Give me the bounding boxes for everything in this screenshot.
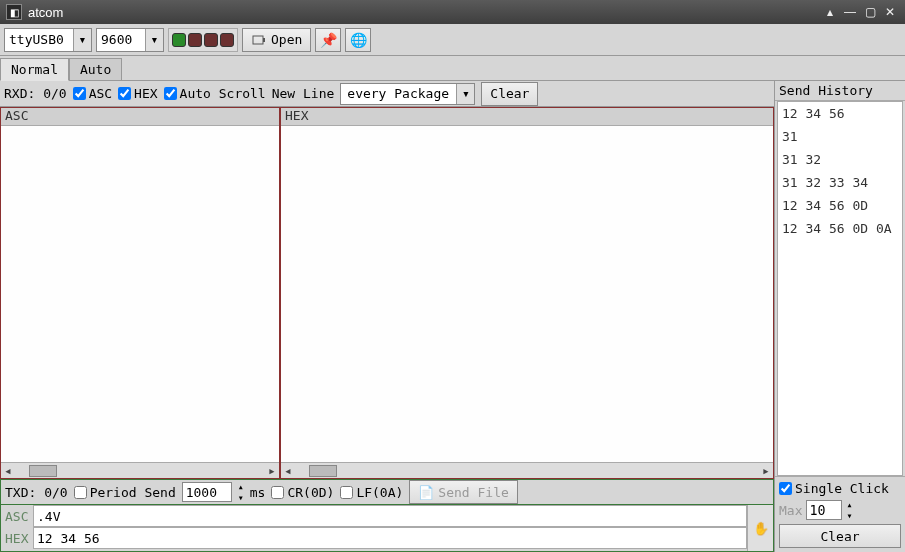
max-input[interactable] bbox=[806, 500, 842, 520]
rollup-button[interactable]: ▴ bbox=[821, 4, 839, 20]
file-icon: 📄 bbox=[418, 484, 434, 500]
titlebar: ◧ atcom ▴ — ▢ ✕ bbox=[0, 0, 905, 24]
hex-checkbox[interactable]: HEX bbox=[118, 86, 157, 101]
open-label: Open bbox=[271, 32, 302, 47]
lf-checkbox[interactable]: LF(0A) bbox=[340, 485, 403, 500]
clear-history-button[interactable]: Clear bbox=[779, 524, 901, 548]
app-icon: ◧ bbox=[6, 4, 22, 20]
period-send-checkbox[interactable]: Period Send bbox=[74, 485, 176, 500]
max-label: Max bbox=[779, 503, 802, 518]
baud-combo[interactable]: ▾ bbox=[96, 28, 164, 52]
asc-pane-header: ASC bbox=[1, 108, 279, 126]
tab-auto[interactable]: Auto bbox=[69, 58, 122, 80]
led-connected-icon bbox=[172, 33, 186, 47]
rx-bar: RXD: 0/0 ASC HEX Auto Scroll New Line ev… bbox=[0, 81, 774, 107]
max-stepper[interactable]: ▴▾ bbox=[846, 499, 852, 521]
newline-value: every Package bbox=[341, 86, 456, 101]
asc-pane-body[interactable] bbox=[1, 126, 279, 462]
led-error-icon bbox=[220, 33, 234, 47]
chevron-down-icon[interactable]: ▾ bbox=[73, 29, 91, 51]
pin-button[interactable]: 📌 bbox=[315, 28, 341, 52]
asc-checkbox[interactable]: ASC bbox=[73, 86, 112, 101]
pin-icon: 📌 bbox=[320, 32, 337, 48]
chevron-down-icon[interactable]: ▾ bbox=[145, 29, 163, 51]
baud-input[interactable] bbox=[97, 29, 145, 51]
list-item[interactable]: 31 32 bbox=[778, 148, 902, 171]
asc-scrollbar[interactable]: ◂▸ bbox=[1, 462, 279, 478]
list-item[interactable]: 12 34 56 bbox=[778, 102, 902, 125]
hex-pane-body[interactable] bbox=[281, 126, 773, 462]
globe-button[interactable]: 🌐 bbox=[345, 28, 371, 52]
tab-normal[interactable]: Normal bbox=[0, 58, 69, 81]
svg-rect-0 bbox=[253, 36, 263, 44]
svg-rect-1 bbox=[263, 38, 265, 42]
send-file-button[interactable]: 📄 Send File bbox=[409, 480, 517, 504]
send-inputs: ASC HEX ✋ bbox=[0, 505, 774, 552]
port-combo[interactable]: ▾ bbox=[4, 28, 92, 52]
ms-label: ms bbox=[250, 485, 266, 500]
autoscroll-checkbox[interactable]: Auto Scroll bbox=[164, 86, 266, 101]
asc-input-label: ASC bbox=[1, 509, 33, 524]
list-item[interactable]: 12 34 56 0D 0A bbox=[778, 217, 902, 240]
single-click-checkbox[interactable]: Single Click bbox=[779, 481, 889, 496]
rxd-label: RXD: 0/0 bbox=[4, 86, 67, 101]
asc-input[interactable] bbox=[33, 505, 747, 527]
hex-scrollbar[interactable]: ◂▸ bbox=[281, 462, 773, 478]
hex-pane-header: HEX bbox=[281, 108, 773, 126]
plug-icon bbox=[251, 32, 267, 48]
period-stepper[interactable]: ▴▾ bbox=[238, 481, 244, 503]
maximize-button[interactable]: ▢ bbox=[861, 4, 879, 20]
window-title: atcom bbox=[28, 5, 63, 20]
send-button[interactable]: ✋ bbox=[747, 505, 773, 551]
minimize-button[interactable]: — bbox=[841, 4, 859, 20]
list-item[interactable]: 31 32 33 34 bbox=[778, 171, 902, 194]
history-header: Send History bbox=[775, 81, 905, 101]
newline-select[interactable]: every Package ▾ bbox=[340, 83, 475, 105]
history-list[interactable]: 12 34 56 31 31 32 31 32 33 34 12 34 56 0… bbox=[777, 101, 903, 476]
asc-pane: ASC ◂▸ bbox=[0, 107, 280, 479]
txd-label: TXD: 0/0 bbox=[5, 485, 68, 500]
list-item[interactable]: 31 bbox=[778, 125, 902, 148]
status-leds bbox=[168, 28, 238, 52]
led-tx-icon bbox=[204, 33, 218, 47]
hex-pane: HEX ◂▸ bbox=[280, 107, 774, 479]
clear-rx-button[interactable]: Clear bbox=[481, 82, 538, 106]
toolbar: ▾ ▾ Open 📌 🌐 bbox=[0, 24, 905, 56]
port-input[interactable] bbox=[5, 29, 73, 51]
tx-bar: TXD: 0/0 Period Send ▴▾ ms CR(0D) LF(0A)… bbox=[0, 479, 774, 505]
period-input[interactable] bbox=[182, 482, 232, 502]
hex-input[interactable] bbox=[33, 527, 747, 549]
hex-input-label: HEX bbox=[1, 531, 33, 546]
open-button[interactable]: Open bbox=[242, 28, 311, 52]
close-button[interactable]: ✕ bbox=[881, 4, 899, 20]
globe-icon: 🌐 bbox=[350, 32, 367, 48]
newline-label: New Line bbox=[272, 86, 335, 101]
cr-checkbox[interactable]: CR(0D) bbox=[271, 485, 334, 500]
hand-icon: ✋ bbox=[753, 521, 769, 536]
list-item[interactable]: 12 34 56 0D bbox=[778, 194, 902, 217]
chevron-down-icon[interactable]: ▾ bbox=[456, 84, 474, 104]
tabs: Normal Auto bbox=[0, 56, 905, 81]
led-rx-icon bbox=[188, 33, 202, 47]
